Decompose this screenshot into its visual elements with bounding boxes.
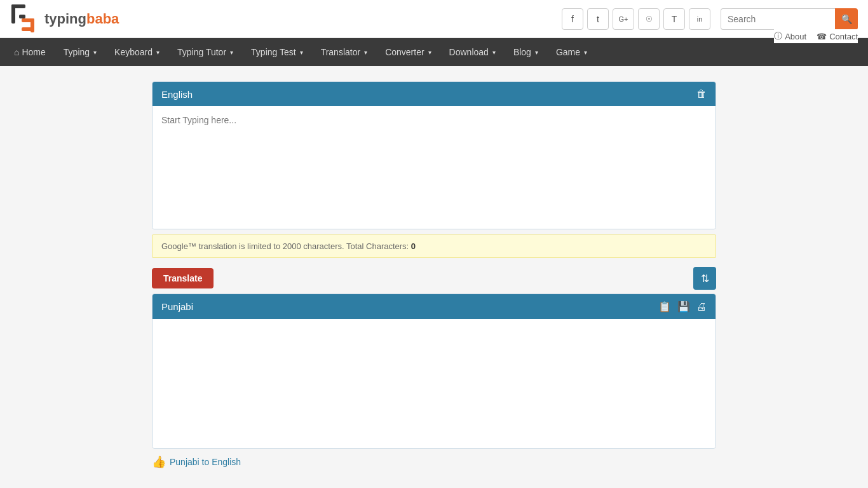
nav-home[interactable]: ⌂ Home	[5, 38, 55, 66]
chevron-down-icon: ▾	[428, 49, 431, 56]
character-count: 0	[411, 241, 416, 251]
nav-blog[interactable]: Blog ▾	[505, 38, 547, 66]
googleplus-icon[interactable]: G+	[613, 8, 634, 30]
nav-typing[interactable]: Typing ▾	[55, 38, 105, 66]
save-output-button[interactable]: 💾	[677, 301, 690, 313]
svg-rect-2	[19, 15, 25, 18]
twitter-icon[interactable]: t	[587, 8, 609, 30]
translate-button[interactable]: Translate	[152, 268, 214, 288]
target-panel-icons: 📋 💾 🖨	[658, 301, 707, 313]
chevron-down-icon: ▾	[93, 49, 97, 56]
character-warning: Google™ translation is limited to 2000 c…	[152, 234, 716, 258]
svg-rect-5	[22, 27, 34, 31]
chevron-down-icon: ▾	[364, 49, 367, 56]
nav-typing-tutor[interactable]: Typing Tutor ▾	[168, 38, 242, 66]
search-input[interactable]	[721, 8, 835, 30]
target-language-label: Punjabi	[161, 301, 193, 312]
source-panel-header: English 🗑	[153, 82, 715, 106]
nav-typing-test[interactable]: Typing Test ▾	[242, 38, 312, 66]
print-output-button[interactable]: 🖨	[696, 301, 707, 313]
nav-game[interactable]: Game ▾	[547, 38, 596, 66]
source-panel-body	[153, 106, 715, 229]
search-button[interactable]: 🔍	[835, 8, 858, 30]
copy-output-button[interactable]: 📋	[658, 301, 671, 313]
social-icons: f t G+ ☉ T in	[562, 8, 710, 30]
target-panel-body	[153, 319, 715, 448]
logo[interactable]: typingbaba	[10, 3, 119, 35]
chevron-down-icon: ▾	[584, 49, 587, 56]
suggestion-link-area: 👍 Punjabi to English	[152, 455, 716, 469]
swap-languages-button[interactable]: ⇅	[693, 267, 716, 290]
source-textarea[interactable]	[153, 106, 715, 227]
nav-converter[interactable]: Converter ▾	[376, 38, 440, 66]
search-box: 🔍	[721, 8, 858, 30]
target-panel: Punjabi 📋 💾 🖨	[152, 294, 716, 449]
linkedin-icon[interactable]: in	[689, 8, 710, 30]
logo-text: typingbaba	[44, 11, 119, 27]
about-icon: ⓘ	[774, 30, 782, 42]
chevron-down-icon: ▾	[230, 49, 233, 56]
target-textarea[interactable]	[153, 319, 715, 446]
facebook-icon[interactable]: f	[562, 8, 583, 30]
svg-rect-1	[11, 4, 15, 24]
top-links: ⓘ About ☎ Contact	[774, 29, 858, 43]
main-content: English 🗑 Google™ translation is limited…	[142, 81, 726, 469]
source-language-label: English	[161, 89, 193, 100]
chevron-down-icon: ▾	[300, 49, 303, 56]
home-icon: ⌂	[14, 47, 19, 57]
reddit-icon[interactable]: ☉	[638, 8, 660, 30]
nav-download[interactable]: Download ▾	[440, 38, 505, 66]
nav-keyboard[interactable]: Keyboard ▾	[105, 38, 168, 66]
chevron-down-icon: ▾	[156, 49, 159, 56]
source-panel: English 🗑	[152, 81, 716, 229]
tumblr-icon[interactable]: T	[663, 8, 685, 30]
thumb-up-icon: 👍	[152, 455, 166, 469]
about-link[interactable]: ⓘ About	[774, 30, 806, 42]
chevron-down-icon: ▾	[535, 49, 538, 56]
navbar: ⌂ Home Typing ▾ Keyboard ▾ Typing Tutor …	[0, 38, 868, 66]
top-right-section: f t G+ ☉ T in 🔍	[562, 8, 858, 30]
contact-link[interactable]: ☎ Contact	[817, 30, 858, 42]
translate-controls: Translate ⇅	[152, 263, 716, 294]
contact-icon: ☎	[817, 32, 827, 41]
clear-source-button[interactable]: 🗑	[696, 88, 707, 100]
logo-icon	[10, 3, 42, 35]
target-panel-header: Punjabi 📋 💾 🖨	[153, 294, 715, 319]
chevron-down-icon: ▾	[492, 49, 496, 56]
source-panel-icons: 🗑	[696, 88, 707, 100]
reverse-translate-link[interactable]: Punjabi to English	[170, 457, 241, 467]
nav-translator[interactable]: Translator ▾	[312, 38, 377, 66]
